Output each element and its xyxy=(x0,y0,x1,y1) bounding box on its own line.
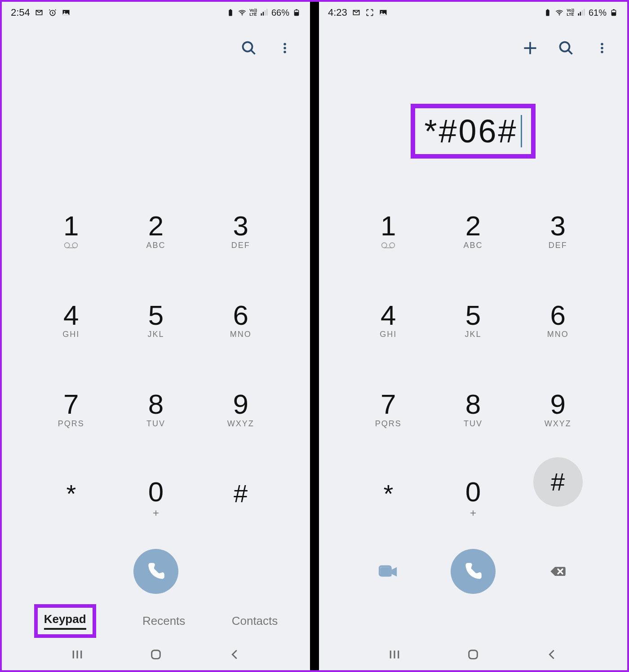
status-time: 4:23 xyxy=(328,7,347,18)
svg-rect-23 xyxy=(547,9,549,10)
svg-rect-7 xyxy=(263,12,264,15)
key-hash[interactable]: # xyxy=(533,457,583,507)
scan-icon xyxy=(365,8,374,17)
tab-recents[interactable]: Recents xyxy=(142,614,185,628)
key-star[interactable]: * xyxy=(346,457,431,540)
backspace-button[interactable] xyxy=(545,558,571,585)
key-4[interactable]: 4GHI xyxy=(346,279,431,362)
battery-icon xyxy=(609,8,618,17)
video-call-button[interactable] xyxy=(375,558,402,585)
status-right: Vo))LTE 61% xyxy=(543,8,618,18)
svg-point-32 xyxy=(560,42,570,52)
battery-percent: 61% xyxy=(589,8,607,18)
key-3[interactable]: 3DEF xyxy=(515,190,600,273)
battery-saver-icon xyxy=(543,8,552,17)
key-7[interactable]: 7PQRS xyxy=(346,368,431,451)
key-2[interactable]: 2ABC xyxy=(114,190,199,273)
svg-rect-8 xyxy=(265,10,266,16)
call-button[interactable] xyxy=(451,549,496,594)
key-4[interactable]: 4GHI xyxy=(29,279,114,362)
key-9[interactable]: 9WXYZ xyxy=(198,368,283,451)
dialed-number: *#06# xyxy=(424,113,518,150)
key-9[interactable]: 9WXYZ xyxy=(515,368,600,451)
keypad: 1 2ABC 3DEF 4GHI 5JKL 6MNO 7PQRS 8TUV 9W… xyxy=(319,190,627,540)
call-row xyxy=(2,540,310,603)
key-0[interactable]: 0+ xyxy=(114,457,199,540)
svg-rect-26 xyxy=(580,12,581,15)
battery-percent: 66% xyxy=(271,8,289,18)
app-header xyxy=(2,23,310,73)
svg-point-18 xyxy=(73,243,78,248)
home-nav-icon[interactable] xyxy=(465,646,481,663)
key-3[interactable]: 3DEF xyxy=(198,190,283,273)
status-bar: 2:54 Vo))LTE 66% xyxy=(2,2,310,23)
key-1[interactable]: 1 xyxy=(346,190,431,273)
svg-point-37 xyxy=(390,243,395,248)
svg-rect-6 xyxy=(261,13,262,16)
svg-rect-12 xyxy=(296,9,297,10)
svg-point-13 xyxy=(243,42,252,52)
app-header xyxy=(319,23,627,73)
more-options-icon[interactable] xyxy=(593,39,611,57)
svg-rect-9 xyxy=(266,9,268,16)
status-right: Vo))LTE 66% xyxy=(226,8,301,18)
key-8[interactable]: 8TUV xyxy=(114,368,199,451)
key-5[interactable]: 5JKL xyxy=(114,279,199,362)
key-8[interactable]: 8TUV xyxy=(431,368,516,451)
highlight-keypad-tab: Keypad xyxy=(34,604,96,638)
svg-rect-25 xyxy=(578,13,579,16)
key-star[interactable]: * xyxy=(29,457,114,540)
search-icon[interactable] xyxy=(557,39,575,57)
key-hash[interactable]: # xyxy=(198,457,283,540)
call-button[interactable] xyxy=(133,549,178,594)
svg-point-16 xyxy=(283,51,286,53)
back-nav-icon[interactable] xyxy=(544,646,560,663)
key-6[interactable]: 6MNO xyxy=(198,279,283,362)
recents-nav-icon[interactable] xyxy=(69,646,85,663)
key-1[interactable]: 1 xyxy=(29,190,114,273)
search-icon[interactable] xyxy=(240,39,258,57)
key-7[interactable]: 7PQRS xyxy=(29,368,114,451)
system-nav-bar xyxy=(319,639,627,670)
gmail-icon xyxy=(35,8,44,17)
svg-point-21 xyxy=(381,11,382,12)
text-cursor xyxy=(521,115,522,147)
add-icon[interactable] xyxy=(521,39,539,57)
svg-rect-3 xyxy=(229,10,232,16)
back-nav-icon[interactable] xyxy=(226,646,243,663)
svg-point-14 xyxy=(283,43,286,46)
svg-rect-28 xyxy=(584,9,585,16)
dial-display: *#06# xyxy=(319,73,627,190)
system-nav-bar xyxy=(2,639,310,670)
image-icon xyxy=(379,8,388,17)
voicemail-icon xyxy=(381,241,396,250)
signal-icon xyxy=(260,8,269,17)
recents-nav-icon[interactable] xyxy=(386,646,403,663)
home-nav-icon[interactable] xyxy=(148,646,164,663)
tabs-placeholder xyxy=(319,603,627,639)
svg-rect-4 xyxy=(230,9,231,10)
phone-screen-right: 4:23 Vo))LTE 61% xyxy=(314,2,627,670)
image-icon xyxy=(62,8,71,17)
key-6[interactable]: 6MNO xyxy=(515,279,600,362)
status-time: 2:54 xyxy=(11,7,30,18)
svg-rect-30 xyxy=(612,12,616,15)
svg-rect-11 xyxy=(295,12,298,15)
svg-point-15 xyxy=(283,47,286,49)
svg-rect-40 xyxy=(469,650,478,659)
svg-point-33 xyxy=(601,43,603,46)
volte-indicator: Vo))LTE xyxy=(567,9,574,17)
key-5[interactable]: 5JKL xyxy=(431,279,516,362)
tab-contacts[interactable]: Contacts xyxy=(232,614,278,628)
svg-rect-22 xyxy=(546,10,549,16)
key-2[interactable]: 2ABC xyxy=(431,190,516,273)
svg-rect-31 xyxy=(613,9,615,10)
svg-point-34 xyxy=(601,47,603,49)
status-left: 4:23 xyxy=(328,7,388,18)
svg-point-35 xyxy=(601,51,603,53)
empty-dial-area xyxy=(2,73,310,190)
more-options-icon[interactable] xyxy=(276,39,294,57)
tab-keypad[interactable]: Keypad xyxy=(44,612,86,630)
wifi-icon xyxy=(238,8,247,17)
key-0[interactable]: 0+ xyxy=(431,457,516,540)
